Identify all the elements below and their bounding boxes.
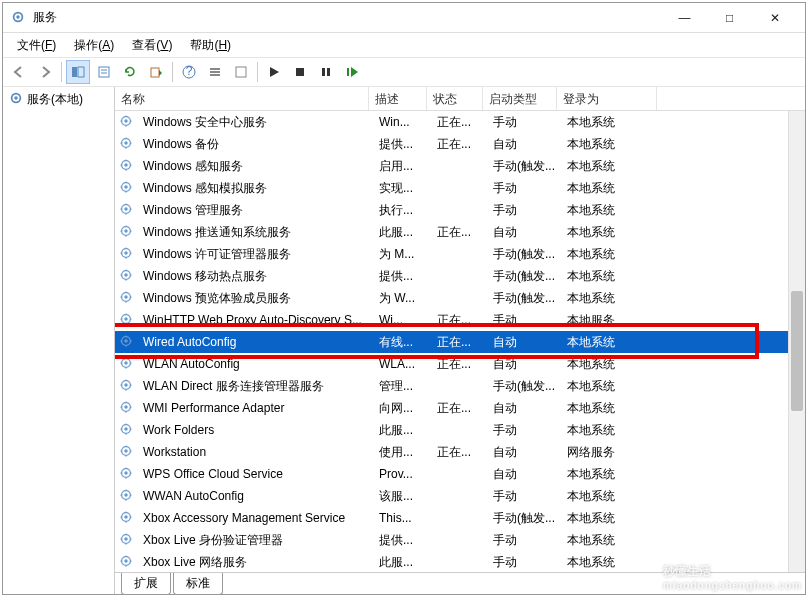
show-hide-tree-button[interactable] [66,60,90,84]
export-button[interactable] [144,60,168,84]
service-logon: 本地系统 [561,222,661,243]
service-row[interactable]: Windows 管理服务执行...手动本地系统 [115,199,805,221]
svg-rect-7 [151,68,159,77]
vertical-scrollbar[interactable] [788,111,805,572]
service-row[interactable]: Windows 许可证管理器服务为 M...手动(触发...本地系统 [115,243,805,265]
main-panel: 名称 描述 状态 启动类型 登录为 Windows 安全中心服务Win...正在… [115,87,805,594]
refresh-button[interactable] [118,60,142,84]
service-list[interactable]: Windows 安全中心服务Win...正在...手动本地系统Windows 备… [115,111,805,572]
service-start: 手动(触发... [487,376,561,397]
toolbar-list-icon[interactable] [203,60,227,84]
scrollbar-thumb[interactable] [791,291,803,411]
service-name: Windows 预览体验成员服务 [137,288,373,309]
service-start: 手动 [487,310,561,331]
start-service-button[interactable] [262,60,286,84]
service-row[interactable]: Work Folders此服...手动本地系统 [115,419,805,441]
service-row[interactable]: Windows 移动热点服务提供...手动(触发...本地系统 [115,265,805,287]
toolbar-panel-icon[interactable] [229,60,253,84]
properties-button[interactable] [92,60,116,84]
service-desc: 提供... [373,530,431,551]
col-status[interactable]: 状态 [427,87,483,110]
service-row[interactable]: WLAN AutoConfigWLA...正在...自动本地系统 [115,353,805,375]
svg-point-53 [124,471,128,475]
service-name: Windows 感知模拟服务 [137,178,373,199]
col-start[interactable]: 启动类型 [483,87,557,110]
service-name: Windows 许可证管理器服务 [137,244,373,265]
service-row[interactable]: Xbox Live 网络服务此服...手动本地系统 [115,551,805,572]
gear-icon [119,466,135,482]
service-name: WLAN Direct 服务连接管理器服务 [137,376,373,397]
service-start: 手动(触发... [487,266,561,287]
service-status: 正在... [431,112,487,133]
svg-point-29 [124,207,128,211]
gear-icon [119,246,135,262]
gear-icon [119,378,135,394]
help-button[interactable]: ? [177,60,201,84]
maximize-button[interactable]: □ [707,4,752,32]
service-row[interactable]: Windows 感知服务启用...手动(触发...本地系统 [115,155,805,177]
stop-service-button[interactable] [288,60,312,84]
service-name: WPS Office Cloud Service [137,465,373,483]
col-desc[interactable]: 描述 [369,87,427,110]
close-button[interactable]: ✕ [752,4,797,32]
forward-button[interactable] [33,60,57,84]
service-row[interactable]: Windows 预览体验成员服务为 W...手动(触发...本地系统 [115,287,805,309]
service-status [431,164,487,168]
svg-rect-14 [296,68,304,76]
menubar: 文件(F) 操作(A) 查看(V) 帮助(H) [3,33,805,57]
col-logon[interactable]: 登录为 [557,87,657,110]
service-row[interactable]: Wired AutoConfig有线...正在...自动本地系统 [115,331,805,353]
sidebar: 服务(本地) [3,87,115,594]
service-logon: 本地系统 [561,508,661,529]
service-desc: Wi... [373,311,431,329]
pause-service-button[interactable] [314,60,338,84]
gear-icon [119,444,135,460]
service-status [431,560,487,564]
service-start: 手动 [487,200,561,221]
menu-file[interactable]: 文件(F) [9,35,64,56]
gear-icon [119,312,135,328]
menu-action[interactable]: 操作(A) [66,35,122,56]
service-name: WLAN AutoConfig [137,355,373,373]
svg-point-55 [124,493,128,497]
svg-point-21 [124,119,128,123]
sidebar-item-services-local[interactable]: 服务(本地) [5,89,112,110]
service-status [431,494,487,498]
service-name: Windows 备份 [137,134,373,155]
service-row[interactable]: WWAN AutoConfig该服...手动本地系统 [115,485,805,507]
svg-point-37 [124,295,128,299]
service-row[interactable]: Windows 感知模拟服务实现...手动本地系统 [115,177,805,199]
service-status: 正在... [431,442,487,463]
svg-point-45 [124,383,128,387]
svg-point-59 [124,537,128,541]
service-row[interactable]: WinHTTP Web Proxy Auto-Discovery S...Wi.… [115,309,805,331]
menu-view[interactable]: 查看(V) [124,35,180,56]
service-row[interactable]: Windows 推送通知系统服务此服...正在...自动本地系统 [115,221,805,243]
tab-standard[interactable]: 标准 [173,573,223,595]
tab-extended[interactable]: 扩展 [121,573,171,595]
menu-help[interactable]: 帮助(H) [182,35,239,56]
window-title: 服务 [33,9,662,26]
svg-point-33 [124,251,128,255]
service-row[interactable]: WMI Performance Adapter向网...正在...自动本地系统 [115,397,805,419]
back-button[interactable] [7,60,31,84]
service-row[interactable]: Xbox Accessory Management ServiceThis...… [115,507,805,529]
service-row[interactable]: Windows 安全中心服务Win...正在...手动本地系统 [115,111,805,133]
service-logon: 本地系统 [561,178,661,199]
service-status: 正在... [431,134,487,155]
service-row[interactable]: Workstation使用...正在...自动网络服务 [115,441,805,463]
restart-service-button[interactable] [340,60,364,84]
col-name[interactable]: 名称 [115,87,369,110]
service-logon: 本地系统 [561,332,661,353]
app-icon [11,10,27,26]
service-start: 自动 [487,398,561,419]
service-status [431,186,487,190]
service-row[interactable]: WPS Office Cloud ServiceProv...自动本地系统 [115,463,805,485]
service-row[interactable]: Xbox Live 身份验证管理器提供...手动本地系统 [115,529,805,551]
minimize-button[interactable]: — [662,4,707,32]
service-logon: 本地系统 [561,376,661,397]
svg-rect-15 [322,68,325,76]
service-row[interactable]: WLAN Direct 服务连接管理器服务管理...手动(触发...本地系统 [115,375,805,397]
service-row[interactable]: Windows 备份提供...正在...自动本地系统 [115,133,805,155]
service-status: 正在... [431,310,487,331]
